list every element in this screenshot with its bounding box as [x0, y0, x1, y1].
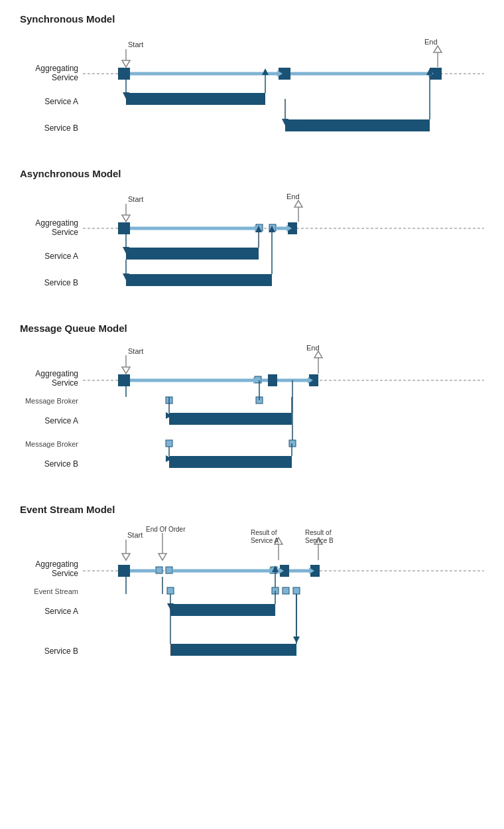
svg-text:Event Stream: Event Stream [34, 587, 78, 595]
svg-text:Start: Start [128, 347, 143, 355]
sync-svg: Aggregating Service Service A Service B … [20, 33, 484, 139]
async-diagram: Aggregating Service Service A Service B … [20, 187, 484, 296]
sync-title: Synchronous Model [20, 13, 484, 25]
svg-marker-36 [294, 200, 302, 207]
msgqueue-diagram: Aggregating Service Message Broker Servi… [20, 342, 484, 477]
svg-text:Service B: Service B [44, 123, 78, 133]
svg-rect-21 [126, 93, 265, 105]
svg-text:Start: Start [128, 40, 143, 48]
svg-text:Service: Service [52, 73, 78, 82]
svg-text:Aggregating: Aggregating [35, 64, 78, 73]
svg-rect-117 [166, 567, 172, 573]
svg-rect-89 [289, 440, 296, 447]
eventstream-title: Event Stream Model [20, 504, 484, 515]
svg-text:Service: Service [52, 378, 78, 388]
svg-rect-116 [156, 567, 162, 573]
async-title: Asynchronous Model [20, 168, 484, 179]
svg-rect-130 [283, 587, 289, 594]
svg-rect-115 [118, 565, 130, 577]
svg-rect-55 [126, 274, 272, 286]
svg-text:Aggregating: Aggregating [35, 560, 78, 569]
svg-text:Service A: Service A [44, 416, 78, 425]
svg-rect-131 [293, 587, 300, 594]
svg-rect-11 [118, 68, 130, 80]
svg-text:Service: Service [52, 228, 78, 237]
svg-text:End: End [286, 192, 300, 200]
svg-rect-93 [169, 456, 292, 468]
svg-marker-104 [158, 554, 166, 560]
svg-text:Service B: Service B [305, 537, 334, 544]
svg-text:End: End [424, 38, 438, 46]
svg-rect-26 [285, 119, 430, 131]
eventstream-section: Event Stream Model Aggregating Service E… [20, 504, 484, 672]
msgqueue-section: Message Queue Model Aggregating Service … [20, 323, 484, 477]
svg-marker-67 [314, 351, 322, 358]
svg-rect-40 [118, 222, 130, 234]
svg-rect-86 [169, 413, 292, 425]
svg-rect-73 [268, 374, 277, 386]
svg-marker-7 [434, 46, 442, 52]
msgqueue-title: Message Queue Model [20, 323, 484, 334]
eventstream-diagram: Aggregating Service Event Stream Service… [20, 523, 484, 672]
svg-text:Aggregating: Aggregating [35, 218, 78, 228]
svg-rect-50 [126, 248, 259, 260]
svg-text:Service A: Service A [251, 537, 279, 544]
svg-text:Message Broker: Message Broker [25, 440, 78, 448]
sync-section: Synchronous Model Aggregating Service Se… [20, 13, 484, 141]
async-section: Asynchronous Model Aggregating Service S… [20, 168, 484, 296]
svg-marker-23 [262, 68, 269, 75]
svg-text:Aggregating: Aggregating [35, 369, 78, 378]
svg-text:Service B: Service B [44, 646, 78, 656]
svg-text:Service: Service [52, 569, 78, 578]
svg-rect-71 [118, 374, 130, 386]
svg-text:Service B: Service B [44, 459, 78, 469]
svg-rect-136 [170, 604, 275, 616]
sync-diagram: Aggregating Service Service A Service B … [20, 33, 484, 141]
svg-rect-142 [170, 644, 296, 656]
svg-text:Result of: Result of [251, 529, 277, 536]
eventstream-svg: Aggregating Service Event Stream Service… [20, 523, 484, 669]
svg-text:Service A: Service A [44, 252, 78, 261]
svg-text:Start: Start [128, 195, 143, 203]
svg-text:Service B: Service B [44, 278, 78, 287]
svg-marker-34 [122, 215, 130, 222]
svg-text:Message Broker: Message Broker [25, 397, 78, 405]
svg-marker-5 [122, 60, 130, 67]
svg-marker-101 [122, 554, 130, 560]
svg-text:End Of Order: End Of Order [146, 526, 186, 533]
svg-marker-65 [122, 367, 130, 374]
svg-text:Result of: Result of [305, 529, 332, 536]
async-svg: Aggregating Service Service A Service B … [20, 187, 484, 293]
msgqueue-svg: Aggregating Service Message Broker Servi… [20, 342, 484, 475]
svg-rect-128 [167, 587, 174, 594]
svg-text:End: End [306, 344, 320, 352]
svg-text:Service A: Service A [44, 97, 78, 106]
svg-text:Start: Start [127, 531, 143, 539]
svg-text:Service A: Service A [44, 607, 78, 616]
svg-rect-88 [166, 440, 172, 447]
